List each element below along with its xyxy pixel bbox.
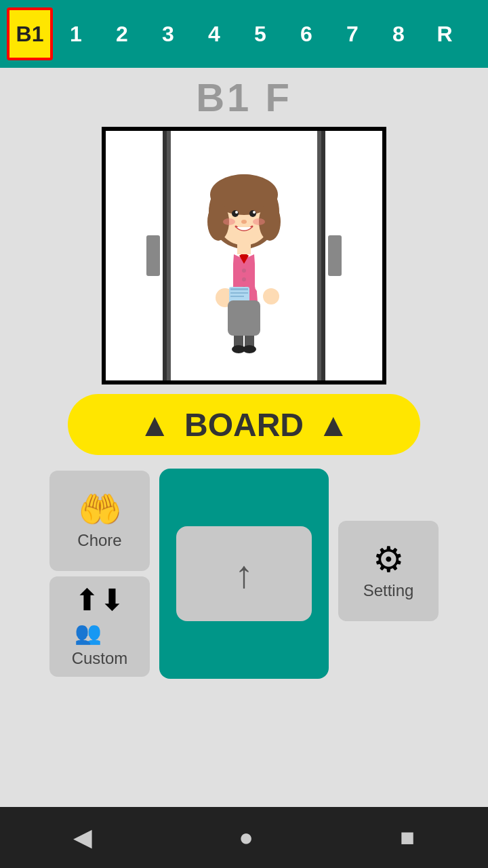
floor-btn-6[interactable]: 6	[283, 7, 329, 60]
floor-label: B1 F	[196, 75, 292, 120]
board-label: BOARD	[184, 406, 304, 443]
svg-point-17	[242, 277, 246, 281]
svg-point-6	[249, 210, 256, 217]
floor-btn-4[interactable]: 4	[191, 7, 237, 60]
floor-btn-8[interactable]: 8	[375, 7, 422, 60]
floor-btn-1[interactable]: 1	[53, 7, 99, 60]
board-button[interactable]: ▲ BOARD ▲	[68, 394, 420, 455]
svg-point-9	[223, 218, 235, 225]
svg-rect-20	[255, 256, 271, 293]
floor-btn-b1[interactable]: B1	[7, 7, 53, 60]
svg-point-10	[253, 218, 265, 225]
svg-rect-12	[237, 242, 251, 256]
controls-row: 🤲 Chore ⬆⬇👥 Custom ↑ ⚙ Setting	[0, 466, 488, 682]
home-button[interactable]: ●	[239, 823, 253, 852]
custom-button[interactable]: ⬆⬇👥 Custom	[49, 576, 150, 677]
floor-bar: B112345678R	[0, 0, 488, 68]
svg-point-7	[235, 211, 238, 214]
chore-icon: 🤲	[78, 492, 122, 527]
svg-point-16	[242, 269, 246, 273]
elevator-display	[102, 127, 386, 384]
up-arrow-icon: ↑	[235, 552, 253, 596]
setting-button[interactable]: ⚙ Setting	[338, 521, 439, 621]
main-content: B1 F	[0, 68, 488, 682]
chore-button[interactable]: 🤲 Chore	[49, 471, 150, 571]
floor-btn-7[interactable]: 7	[329, 7, 375, 60]
svg-rect-24	[230, 292, 248, 294]
svg-point-8	[253, 211, 256, 214]
svg-point-11	[241, 220, 247, 224]
back-button[interactable]: ◀	[73, 823, 92, 852]
custom-icon: ⬆⬇👥	[75, 585, 125, 645]
svg-rect-23	[230, 288, 248, 290]
svg-point-26	[263, 288, 279, 304]
floor-btn-2[interactable]: 2	[99, 7, 145, 60]
svg-rect-27	[228, 300, 260, 336]
center-panel: ↑	[159, 469, 329, 679]
floor-btn-3[interactable]: 3	[145, 7, 191, 60]
setting-label: Setting	[363, 581, 414, 600]
board-arrow-left: ▲	[138, 406, 171, 443]
svg-rect-25	[230, 296, 244, 297]
up-button[interactable]: ↑	[176, 526, 312, 621]
svg-point-5	[232, 210, 239, 217]
board-arrow-right: ▲	[317, 406, 350, 443]
recent-button[interactable]: ■	[400, 823, 415, 852]
floor-btn-5[interactable]: 5	[237, 7, 283, 60]
character	[176, 154, 312, 357]
svg-point-31	[243, 345, 256, 353]
setting-icon: ⚙	[373, 542, 405, 577]
nav-bar: ◀ ● ■	[0, 807, 488, 868]
custom-label: Custom	[72, 649, 128, 668]
chore-label: Chore	[77, 531, 121, 550]
floor-btn-r[interactable]: R	[422, 7, 468, 60]
